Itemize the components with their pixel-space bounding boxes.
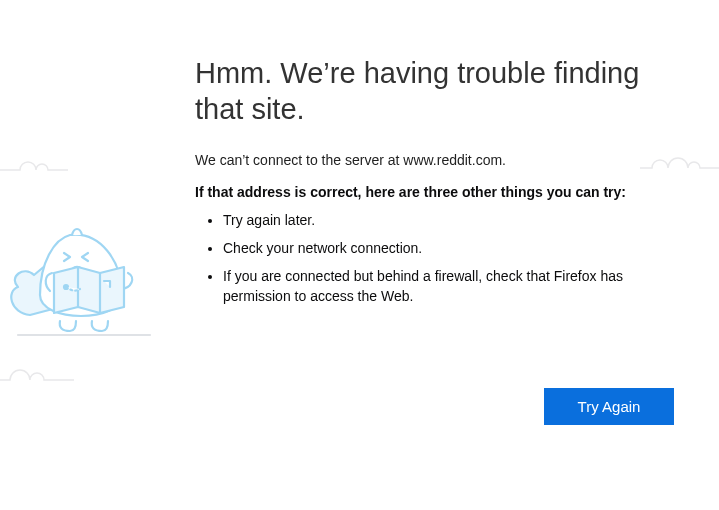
error-description: We can’t connect to the server at www.re…: [195, 152, 675, 168]
list-item: If you are connected but behind a firewa…: [223, 266, 675, 307]
instructions-heading: If that address is correct, here are thr…: [195, 184, 675, 200]
error-content: Hmm. We’re having trouble finding that s…: [195, 55, 675, 315]
list-item: Try again later.: [223, 210, 675, 230]
list-item: Check your network connection.: [223, 238, 675, 258]
suggestion-list: Try again later. Check your network conn…: [195, 210, 675, 307]
page-title: Hmm. We’re having trouble finding that s…: [195, 55, 675, 128]
lost-creature-illustration: [0, 195, 180, 365]
button-row: Try Again: [544, 388, 674, 425]
try-again-button[interactable]: Try Again: [544, 388, 674, 425]
